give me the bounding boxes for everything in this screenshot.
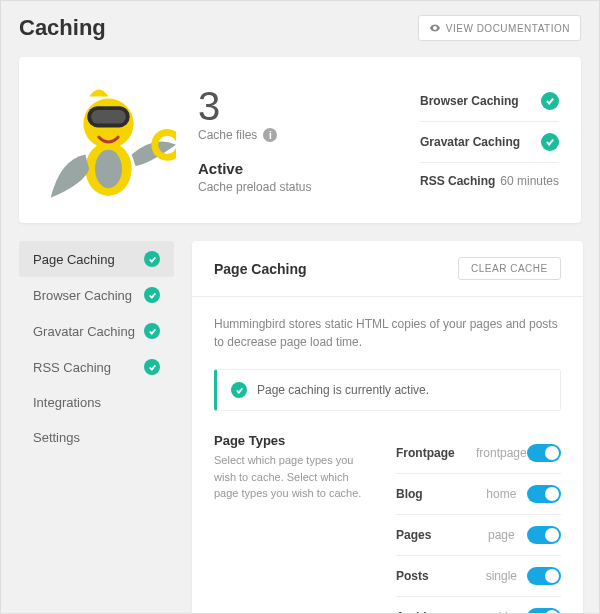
- notice-text: Page caching is currently active.: [257, 383, 429, 397]
- status-row-browser-caching: Browser Caching: [420, 81, 559, 122]
- type-name: Pages: [396, 528, 476, 542]
- type-row-archives: Archivesarchive: [396, 597, 561, 614]
- type-row-posts: Postssingle: [396, 556, 561, 597]
- main-panel: Page Caching CLEAR CACHE Hummingbird sto…: [192, 241, 583, 614]
- status-value: 60 minutes: [500, 174, 559, 188]
- panel-description: Hummingbird stores static HTML copies of…: [214, 315, 561, 351]
- sidebar-item-rss-caching[interactable]: RSS Caching: [19, 349, 174, 385]
- sidebar-item-browser-caching[interactable]: Browser Caching: [19, 277, 174, 313]
- check-icon: [144, 359, 160, 375]
- type-slug: archive: [476, 610, 527, 614]
- clear-cache-button[interactable]: CLEAR CACHE: [458, 257, 561, 280]
- type-row-frontpage: Frontpagefrontpage: [396, 433, 561, 474]
- check-icon: [541, 92, 559, 110]
- check-icon: [231, 382, 247, 398]
- sidebar-item-settings[interactable]: Settings: [19, 420, 174, 455]
- check-icon: [144, 287, 160, 303]
- toggle-posts[interactable]: [527, 567, 561, 585]
- svg-rect-5: [91, 110, 126, 124]
- status-label: Browser Caching: [420, 94, 519, 108]
- check-icon: [144, 323, 160, 339]
- cache-file-count: 3: [198, 86, 398, 126]
- eye-icon: [429, 22, 441, 34]
- preload-status-title: Active: [198, 160, 398, 177]
- check-icon: [144, 251, 160, 267]
- check-icon: [541, 133, 559, 151]
- sidebar: Page Caching Browser Caching Gravatar Ca…: [19, 241, 174, 614]
- type-slug: page: [476, 528, 527, 542]
- sidebar-item-gravatar-caching[interactable]: Gravatar Caching: [19, 313, 174, 349]
- status-label: RSS Caching: [420, 174, 495, 188]
- sidebar-item-page-caching[interactable]: Page Caching: [19, 241, 174, 277]
- svg-point-1: [95, 150, 122, 189]
- type-row-pages: Pagespage: [396, 515, 561, 556]
- sidebar-item-label: RSS Caching: [33, 360, 111, 375]
- type-slug: frontpage: [476, 446, 527, 460]
- page-title: Caching: [19, 15, 106, 41]
- view-documentation-button[interactable]: VIEW DOCUMENTATION: [418, 15, 581, 41]
- toggle-frontpage[interactable]: [527, 444, 561, 462]
- hummingbird-mascot: [41, 75, 176, 205]
- type-slug: single: [476, 569, 527, 583]
- cache-file-label: Cache files: [198, 128, 257, 142]
- status-row-gravatar-caching: Gravatar Caching: [420, 122, 559, 163]
- type-row-blog: Bloghome: [396, 474, 561, 515]
- page-types-title: Page Types: [214, 433, 374, 448]
- sidebar-item-label: Browser Caching: [33, 288, 132, 303]
- sidebar-item-label: Integrations: [33, 395, 101, 410]
- sidebar-item-label: Settings: [33, 430, 80, 445]
- sidebar-item-label: Page Caching: [33, 252, 115, 267]
- info-icon[interactable]: i: [263, 128, 277, 142]
- preload-status-sub: Cache preload status: [198, 180, 398, 194]
- toggle-archives[interactable]: [527, 608, 561, 614]
- sidebar-item-integrations[interactable]: Integrations: [19, 385, 174, 420]
- sidebar-item-label: Gravatar Caching: [33, 324, 135, 339]
- type-name: Posts: [396, 569, 476, 583]
- toggle-pages[interactable]: [527, 526, 561, 544]
- type-name: Blog: [396, 487, 476, 501]
- summary-card: 3 Cache filesi Active Cache preload stat…: [19, 57, 581, 223]
- type-name: Archives: [396, 610, 476, 614]
- type-name: Frontpage: [396, 446, 476, 460]
- status-label: Gravatar Caching: [420, 135, 520, 149]
- panel-title: Page Caching: [214, 261, 307, 277]
- doc-btn-label: VIEW DOCUMENTATION: [446, 23, 570, 34]
- status-row-rss-caching: RSS Caching 60 minutes: [420, 163, 559, 199]
- active-notice: Page caching is currently active.: [214, 369, 561, 411]
- type-slug: home: [476, 487, 527, 501]
- toggle-blog[interactable]: [527, 485, 561, 503]
- page-types-desc: Select which page types you wish to cach…: [214, 452, 374, 502]
